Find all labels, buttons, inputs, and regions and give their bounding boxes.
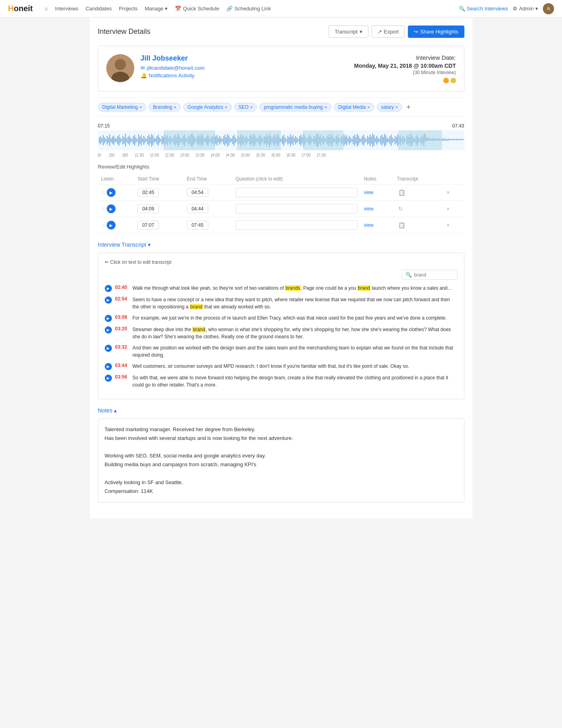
t-text-7[interactable]: So with that, we were able to move forwa… <box>133 374 458 389</box>
view-link-1[interactable]: view <box>364 190 374 195</box>
tag-remove-programmatic[interactable]: × <box>324 105 327 110</box>
t-play-3[interactable]: ▶ <box>105 315 112 322</box>
avatar[interactable]: A <box>543 3 554 14</box>
question-input-2[interactable]: Describe a recent brand pitch you were i… <box>235 204 357 214</box>
start-time-input-2[interactable] <box>137 204 159 213</box>
view-link-2[interactable]: view <box>364 206 374 212</box>
svg-rect-102 <box>228 135 229 145</box>
svg-rect-274 <box>453 139 454 140</box>
table-row: ☆ ▶ Tell me about your most recent marke… <box>98 184 464 201</box>
transcript-entry-2: ▶ 02:54 Seem to have a new concept or a … <box>105 296 458 310</box>
t-play-4[interactable]: ▶ <box>105 326 112 334</box>
svg-rect-104 <box>231 139 232 142</box>
nav-manage[interactable]: Manage ▾ <box>145 6 168 12</box>
t-play-5[interactable]: ▶ <box>105 345 112 352</box>
svg-rect-221 <box>384 134 385 147</box>
view-link-3[interactable]: view <box>364 222 374 228</box>
notes-icon-3[interactable]: 📋 <box>397 221 407 229</box>
t-text-5[interactable]: And then we position we worked with the … <box>133 344 458 359</box>
transcript-section-header: Interview Transcript ▾ <box>98 241 464 248</box>
svg-rect-147 <box>287 136 288 145</box>
end-time-input-1[interactable] <box>187 188 208 197</box>
transcript-body: ✏ Click on text to edit transcript 🔍 ▶ 0… <box>98 253 464 399</box>
svg-rect-197 <box>352 136 353 144</box>
svg-rect-281 <box>462 139 463 140</box>
t-text-1[interactable]: Walk me through what look like yeah, so … <box>133 285 452 292</box>
notifications-activity-link[interactable]: 🔔 Notifications Activity <box>141 73 205 78</box>
tag-remove-seo[interactable]: × <box>250 105 253 110</box>
export-icon: ↗ <box>378 29 382 35</box>
svg-rect-24 <box>126 138 127 142</box>
notes-body[interactable]: Talented marketing manager. Received her… <box>98 418 464 502</box>
t-play-6[interactable]: ▶ <box>105 363 112 370</box>
candidate-email[interactable]: ✉ jillcandidate@honeit.com <box>141 65 205 71</box>
notes-icon-1[interactable]: 📋 <box>397 188 407 196</box>
nav-quick-schedule[interactable]: 📅 Quick Schedule <box>175 6 219 12</box>
start-time-input-3[interactable] <box>137 221 159 230</box>
svg-rect-42 <box>150 137 151 143</box>
interview-date-value: Monday, May 21, 2018 @ 10:00am CDT <box>354 63 456 69</box>
t-text-4[interactable]: Streamer deep dive into the brand, who w… <box>133 326 458 340</box>
highlight-region-3 <box>303 130 343 150</box>
transcript-search-input[interactable] <box>414 272 454 278</box>
tag-remove-branding[interactable]: × <box>174 105 176 110</box>
svg-rect-27 <box>130 138 131 143</box>
tag-remove-salary[interactable]: × <box>396 105 398 110</box>
share-highlights-button[interactable]: ↪ Share Highlights <box>408 26 464 38</box>
question-input-1[interactable]: Tell me about your most recent marketing… <box>235 188 357 197</box>
svg-rect-225 <box>389 136 390 144</box>
nav-candidates[interactable]: Candidates <box>86 6 112 12</box>
add-tag-button[interactable]: + <box>405 103 412 112</box>
delete-row-3[interactable]: × <box>445 221 451 229</box>
t-text-6[interactable]: Well customers, sir consumer surveys and… <box>133 363 409 370</box>
tag-remove-digital-media[interactable]: × <box>367 105 370 110</box>
waveform-times: 07:15 07:43 <box>98 123 464 129</box>
export-button[interactable]: ↗ Export <box>372 26 405 38</box>
play-button-2[interactable]: ▶ <box>107 204 116 213</box>
nav-scheduling-link[interactable]: 🔗 Scheduling Link <box>226 6 271 12</box>
search-interviews-link[interactable]: 🔍 Search Interviews <box>459 6 508 12</box>
tag-digital-marketing: Digital Marketing × <box>98 103 147 112</box>
t-text-2[interactable]: Seem to have a new concept or a new idea… <box>133 296 458 310</box>
svg-rect-204 <box>362 136 362 144</box>
t-text-3[interactable]: For example, we just we're in the proces… <box>133 314 447 322</box>
star-1[interactable]: ☆ <box>101 190 106 195</box>
transcript-search-box[interactable]: 🔍 <box>402 270 458 280</box>
star-2[interactable]: ☆ <box>101 206 106 212</box>
transcript-toggle[interactable]: Interview Transcript ▾ <box>98 241 151 248</box>
highlight-region-1 <box>164 130 215 150</box>
nav-projects[interactable]: Projects <box>119 6 137 12</box>
sync-icon-2[interactable]: ↻ <box>397 205 405 213</box>
svg-rect-94 <box>218 138 219 142</box>
svg-rect-44 <box>152 135 153 145</box>
admin-menu[interactable]: ⚙ Admin ▾ <box>513 6 538 12</box>
delete-row-2[interactable]: × <box>445 205 451 213</box>
end-time-input-2[interactable] <box>187 204 208 213</box>
nav-interviews[interactable]: Interviews <box>55 6 78 12</box>
waveform-display[interactable]: // This generates bars in SVG <box>98 130 464 150</box>
start-time-input-1[interactable] <box>137 188 159 197</box>
play-button-1[interactable]: ▶ <box>107 188 116 197</box>
t-play-1[interactable]: ▶ <box>105 285 112 292</box>
nav-home[interactable]: ⌂ <box>45 6 48 12</box>
t-play-2[interactable]: ▶ <box>105 296 112 304</box>
transcript-button[interactable]: Transcript ▾ <box>329 26 368 38</box>
highlight-brand-3: brand <box>190 304 203 310</box>
svg-rect-215 <box>376 136 377 145</box>
svg-rect-277 <box>457 139 458 140</box>
play-button-3[interactable]: ▶ <box>107 221 116 230</box>
delete-row-1[interactable]: × <box>445 188 451 196</box>
svg-rect-152 <box>294 138 294 142</box>
end-time-input-3[interactable] <box>187 221 208 230</box>
notes-toggle[interactable]: Notes ▴ <box>98 407 117 414</box>
search-icon: 🔍 <box>459 6 465 12</box>
svg-rect-210 <box>370 134 370 146</box>
question-input-3[interactable]: What has been your favorite job to date? <box>235 220 357 230</box>
tag-remove-google-analytics[interactable]: × <box>225 105 227 110</box>
star-3[interactable]: ☆ <box>101 222 106 228</box>
tag-google-analytics: Google Analytics × <box>183 103 232 112</box>
transcript-entry-7: ▶ 03:56 So with that, we were able to mo… <box>105 374 458 389</box>
t-play-7[interactable]: ▶ <box>105 375 112 382</box>
tag-remove-digital-marketing[interactable]: × <box>139 105 142 110</box>
svg-rect-4 <box>100 136 101 144</box>
